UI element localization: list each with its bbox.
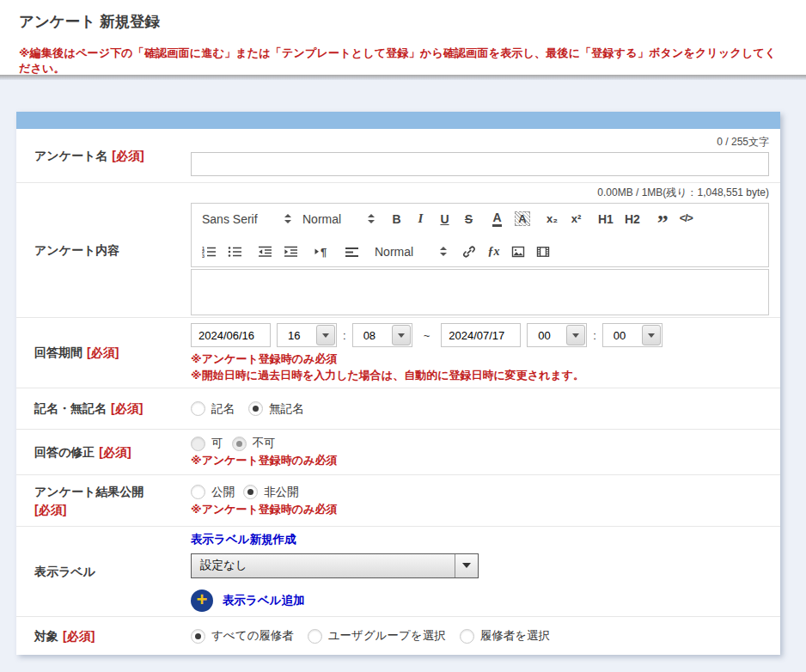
- field-content-target: すべての履修者 ユーザグループを選択 履修者を選択: [191, 617, 769, 655]
- subscript-button[interactable]: x₂: [546, 211, 559, 228]
- end-hour-combo: [527, 323, 587, 347]
- image-button[interactable]: [511, 243, 525, 260]
- background-color-button[interactable]: A: [515, 211, 530, 228]
- end-date-input[interactable]: [441, 323, 521, 347]
- chevron-down-icon: [572, 333, 579, 338]
- bold-button[interactable]: B: [390, 211, 403, 228]
- label-text: アンケート内容: [34, 243, 119, 257]
- h2-button[interactable]: H2: [625, 211, 640, 228]
- radio-option-private[interactable]: 非公開: [243, 485, 299, 500]
- row-anonymity: 記名・無記名[必須] 記名 無記名: [16, 388, 780, 430]
- text-color-button[interactable]: A: [491, 211, 504, 228]
- modification-radio-group: 可 不可: [191, 436, 769, 451]
- font-picker[interactable]: Sans Serif: [202, 212, 291, 226]
- updown-arrows-icon: [284, 214, 291, 223]
- label-text: 回答の修正: [34, 445, 95, 459]
- toolbar-group-direction: ¶: [314, 243, 329, 260]
- required-badge: [必須]: [34, 501, 143, 519]
- page-header: アンケート 新規登録 ※編集後はページ下の「確認画面に進む」または「テンプレート…: [0, 0, 806, 75]
- direction-button[interactable]: ¶: [314, 243, 329, 260]
- header-picker[interactable]: Normal: [302, 212, 375, 226]
- superscript-button[interactable]: x²: [570, 211, 583, 228]
- add-label-button[interactable]: +: [191, 590, 213, 612]
- strikethrough-icon: S: [465, 213, 473, 225]
- radio-option-allowed[interactable]: 可: [191, 436, 223, 451]
- radio-option-all-students[interactable]: すべての履修者: [191, 628, 294, 644]
- outdent-button[interactable]: [258, 243, 272, 260]
- row-modification: 回答の修正[必須] 可 不可 ※アンケート登録時のみ必須: [16, 430, 780, 475]
- field-content-display-label: 表示ラベル新規作成 設定なし + 表示ラベル追加: [191, 527, 769, 616]
- label-select[interactable]: 設定なし: [191, 553, 479, 578]
- field-label-survey-name: アンケート名[必須]: [34, 129, 191, 182]
- editor-toolbar: Sans Serif Normal B I U S: [191, 203, 769, 267]
- svg-text:¶: ¶: [321, 245, 327, 258]
- h1-button[interactable]: H1: [598, 211, 614, 228]
- label-text: アンケート結果公開: [34, 485, 143, 498]
- field-label-target: 対象[必須]: [34, 617, 191, 655]
- radio-icon: [460, 629, 474, 644]
- start-hour-dropdown-button[interactable]: [316, 325, 335, 345]
- colon-separator: :: [343, 329, 346, 342]
- ordered-list-button[interactable]: 123: [202, 243, 217, 260]
- survey-name-input[interactable]: [191, 152, 769, 176]
- bullet-list-button[interactable]: [228, 243, 242, 260]
- radio-option-anonymous[interactable]: 無記名: [248, 401, 304, 417]
- radio-disabled-icon: [191, 437, 205, 451]
- radio-option-user-group[interactable]: ユーザグループを選択: [308, 628, 446, 644]
- field-label-publication: アンケート結果公開[必須]: [34, 475, 191, 526]
- link-button[interactable]: [462, 243, 476, 260]
- updown-arrows-icon: [440, 247, 447, 256]
- required-badge: [必須]: [112, 149, 143, 162]
- start-minute-dropdown-button[interactable]: [392, 325, 411, 345]
- video-button[interactable]: [536, 243, 550, 260]
- bold-icon: B: [392, 213, 400, 225]
- bullet-list-icon: [228, 245, 242, 259]
- align-button[interactable]: [345, 243, 359, 260]
- start-hour-combo: [277, 323, 337, 347]
- required-badge: [必須]: [87, 345, 119, 359]
- radio-option-select-students[interactable]: 履修者を選択: [460, 628, 550, 644]
- select-arrow-button[interactable]: [455, 554, 478, 577]
- toolbar-group-color: A A: [491, 211, 530, 228]
- field-content-answer-period: : ~ : ※ア: [191, 318, 769, 388]
- updown-arrows-icon: [368, 214, 375, 223]
- required-badge: [必須]: [63, 629, 95, 643]
- size-picker[interactable]: Normal: [375, 245, 447, 259]
- radio-label: 非公開: [264, 485, 299, 500]
- row-target: 対象[必須] すべての履修者 ユーザグループを選択 履修者を選択: [16, 617, 780, 655]
- blockquote-button[interactable]: ”: [656, 211, 669, 228]
- underline-button[interactable]: U: [438, 211, 451, 228]
- field-label-survey-content: アンケート内容: [34, 183, 191, 317]
- radio-option-signed[interactable]: 記名: [191, 401, 235, 417]
- end-hour-dropdown-button[interactable]: [566, 325, 585, 345]
- radio-selected-icon: [191, 629, 205, 644]
- radio-option-public[interactable]: 公開: [191, 485, 235, 500]
- label-text: 回答期間: [34, 345, 82, 359]
- indent-button[interactable]: [284, 243, 298, 260]
- colon-separator: :: [593, 329, 596, 342]
- toolbar-group-size: Normal: [375, 245, 447, 259]
- radio-icon: [191, 485, 205, 499]
- create-label-link[interactable]: 表示ラベル新規作成: [191, 532, 296, 547]
- radio-selected-icon: [248, 401, 263, 416]
- size-picker-label: Normal: [375, 245, 413, 259]
- toolbar-group-script: x₂ x²: [546, 211, 583, 228]
- toolbar-group-heading: H1 H2: [598, 211, 640, 228]
- add-label-link[interactable]: 表示ラベル追加: [223, 593, 304, 608]
- row-answer-period: 回答期間[必須] : ~: [16, 318, 780, 388]
- italic-button[interactable]: I: [414, 211, 427, 228]
- code-block-button[interactable]: </>: [680, 211, 693, 228]
- toolbar-group-block: ” </>: [656, 211, 693, 228]
- radio-option-not-allowed[interactable]: 不可: [232, 436, 276, 451]
- editor-content[interactable]: [191, 269, 769, 315]
- start-date-input[interactable]: [191, 323, 271, 347]
- end-minute-dropdown-button[interactable]: [642, 325, 661, 345]
- strike-button[interactable]: S: [462, 211, 475, 228]
- label-text: 表示ラベル: [34, 565, 95, 578]
- formula-button[interactable]: ƒx: [487, 243, 500, 260]
- period-note-2: ※開始日時に過去日時を入力した場合は、自動的に登録日時に変更されます。: [191, 369, 769, 382]
- blockquote-icon: ”: [657, 212, 667, 235]
- target-radio-group: すべての履修者 ユーザグループを選択 履修者を選択: [191, 628, 769, 644]
- period-note-1: ※アンケート登録時のみ必須: [191, 352, 769, 366]
- field-label-answer-period: 回答期間[必須]: [34, 318, 191, 388]
